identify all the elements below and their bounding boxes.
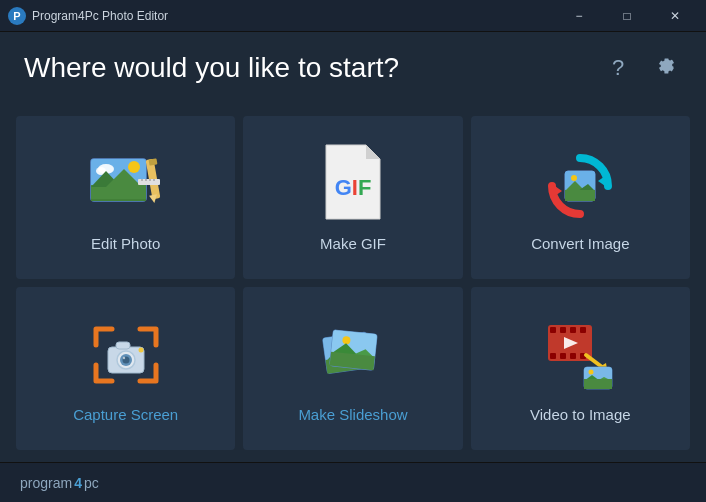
footer-logo-4: 4	[74, 475, 82, 491]
footer-logo-pre: program	[20, 475, 72, 491]
convert-image-tile[interactable]: Convert Image	[471, 116, 690, 279]
app-logo-icon: P	[8, 7, 26, 25]
help-button[interactable]: ?	[602, 52, 634, 84]
make-gif-icon: GIF	[313, 143, 393, 223]
make-slideshow-tile[interactable]: Make Slideshow	[243, 287, 462, 450]
edit-photo-tile[interactable]: Edit Photo	[16, 116, 235, 279]
maximize-button[interactable]: □	[604, 0, 650, 32]
make-gif-tile[interactable]: GIF Make GIF	[243, 116, 462, 279]
header: Where would you like to start? ?	[0, 32, 706, 104]
svg-rect-11	[91, 199, 146, 201]
svg-rect-50	[560, 327, 566, 333]
footer-logo-post: pc	[84, 475, 99, 491]
footer-logo: program4pc	[20, 475, 99, 491]
video-to-image-icon	[540, 314, 620, 394]
svg-point-6	[128, 161, 140, 173]
make-slideshow-icon	[313, 314, 393, 394]
svg-rect-34	[116, 342, 130, 349]
svg-point-35	[138, 347, 143, 352]
svg-point-25	[571, 175, 577, 181]
svg-rect-54	[560, 353, 566, 359]
capture-screen-label: Capture Screen	[73, 406, 178, 423]
minimize-button[interactable]: −	[556, 0, 602, 32]
svg-text:P: P	[13, 10, 20, 22]
svg-rect-53	[550, 353, 556, 359]
svg-rect-51	[570, 327, 576, 333]
capture-screen-tile[interactable]: Capture Screen	[16, 287, 235, 450]
video-to-image-label: Video to Image	[530, 406, 631, 423]
svg-rect-15	[138, 179, 160, 185]
edit-photo-label: Edit Photo	[91, 235, 160, 252]
titlebar: P Program4Pc Photo Editor − □ ✕	[0, 0, 706, 32]
capture-screen-icon	[86, 314, 166, 394]
feature-grid: Edit Photo GIF Make GIF	[0, 104, 706, 462]
convert-image-icon	[540, 143, 620, 223]
settings-button[interactable]	[650, 52, 682, 84]
svg-point-33	[122, 356, 124, 358]
gear-icon	[655, 57, 677, 79]
video-to-image-tile[interactable]: Video to Image	[471, 287, 690, 450]
convert-image-label: Convert Image	[531, 235, 629, 252]
svg-rect-64	[584, 379, 612, 389]
header-actions: ?	[602, 52, 682, 84]
window-controls: − □ ✕	[556, 0, 698, 32]
svg-rect-55	[570, 353, 576, 359]
close-button[interactable]: ✕	[652, 0, 698, 32]
edit-photo-icon	[86, 143, 166, 223]
svg-rect-28	[565, 190, 595, 201]
app-title: Program4Pc Photo Editor	[32, 9, 556, 23]
svg-rect-49	[550, 327, 556, 333]
svg-point-61	[589, 369, 594, 374]
make-slideshow-label: Make Slideshow	[298, 406, 407, 423]
footer: program4pc	[0, 462, 706, 502]
make-gif-label: Make GIF	[320, 235, 386, 252]
page-title: Where would you like to start?	[24, 52, 399, 84]
svg-text:GIF: GIF	[335, 175, 372, 200]
svg-rect-52	[580, 327, 586, 333]
